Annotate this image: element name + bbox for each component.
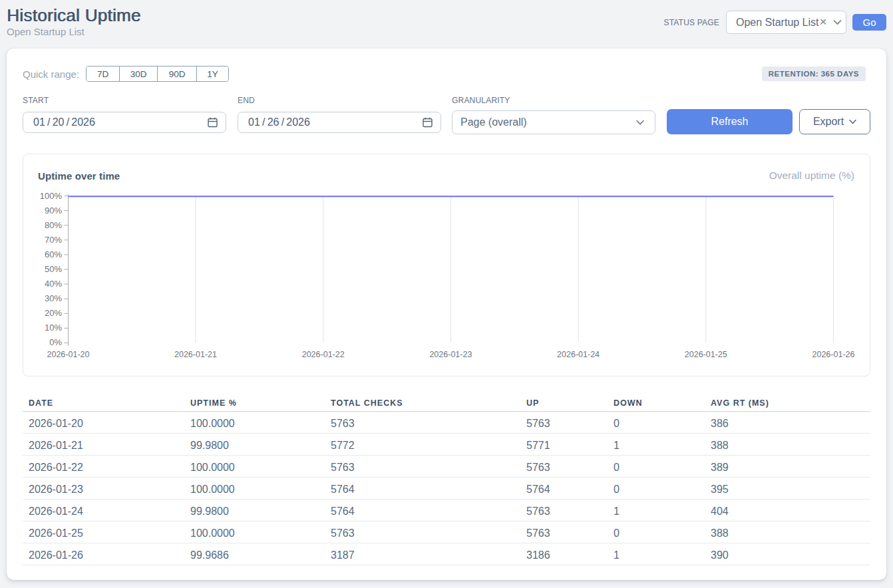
svg-text:2026-01-21: 2026-01-21 [174,350,217,359]
svg-text:100%: 100% [40,191,63,201]
svg-text:80%: 80% [45,220,62,230]
svg-text:10%: 10% [45,323,62,333]
svg-text:2026-01-20: 2026-01-20 [47,350,90,359]
svg-text:2026-01-22: 2026-01-22 [302,350,345,359]
svg-text:40%: 40% [45,279,62,289]
svg-text:2026-01-24: 2026-01-24 [557,350,600,359]
svg-text:2026-01-26: 2026-01-26 [812,350,855,359]
svg-text:70%: 70% [45,235,62,245]
svg-text:2026-01-23: 2026-01-23 [429,350,472,359]
svg-text:90%: 90% [45,206,62,216]
svg-text:2026-01-25: 2026-01-25 [685,350,727,359]
svg-text:30%: 30% [45,293,62,303]
svg-text:20%: 20% [45,308,62,318]
svg-text:50%: 50% [45,264,62,274]
svg-text:0%: 0% [49,337,62,347]
svg-text:60%: 60% [45,249,62,259]
